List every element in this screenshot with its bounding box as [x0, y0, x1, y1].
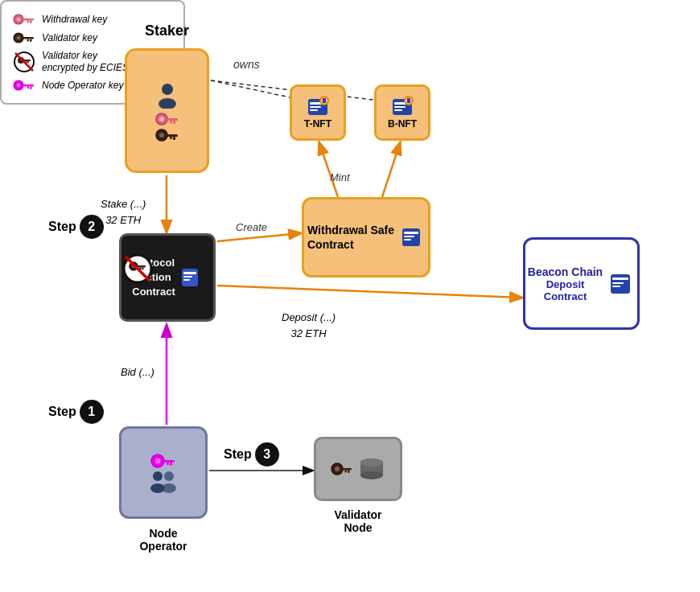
svg-rect-26	[323, 98, 326, 103]
beacon-contract-icon	[609, 271, 635, 297]
svg-point-10	[159, 98, 176, 109]
withdrawal-contract-icon	[401, 225, 425, 249]
svg-rect-30	[394, 109, 402, 111]
svg-rect-18	[167, 134, 178, 137]
svg-rect-34	[404, 232, 418, 234]
tnft-icon	[306, 96, 330, 118]
stake-label: Stake (...) 32 ETH	[101, 196, 146, 228]
svg-rect-72	[23, 18, 34, 21]
svg-rect-38	[183, 272, 196, 274]
mint-label: Mint	[330, 171, 350, 183]
step1-container: Step 1	[48, 400, 104, 424]
svg-point-68	[360, 471, 383, 479]
bid-label: Bid (...)	[121, 366, 154, 378]
beacon-title: Beacon Chain	[528, 265, 603, 278]
svg-point-62	[335, 467, 340, 471]
svg-line-3	[382, 143, 400, 197]
svg-rect-40	[183, 279, 190, 281]
svg-line-4	[217, 233, 300, 241]
person-icon	[153, 80, 182, 109]
legend-validator-label: Validator key	[42, 32, 97, 43]
svg-rect-88	[23, 84, 34, 87]
svg-point-53	[155, 458, 161, 463]
svg-point-69	[360, 458, 383, 467]
node-operator-label: NodeOperator	[119, 527, 208, 553]
svg-point-9	[162, 84, 173, 95]
legend-encrypted-label: Validator keyencrypted by ECIES	[42, 50, 129, 73]
svg-rect-24	[310, 109, 318, 111]
forbidden-icon	[122, 253, 153, 284]
beacon-line3: Contract	[528, 290, 603, 302]
svg-line-6	[217, 286, 521, 298]
step1-label: Step	[48, 405, 76, 419]
diagram: Staker	[0, 0, 700, 592]
svg-point-12	[159, 117, 164, 121]
svg-rect-50	[612, 282, 624, 284]
step3-label: Step	[224, 447, 252, 462]
bnft-label: B-NFT	[388, 118, 417, 130]
svg-rect-79	[27, 39, 30, 41]
svg-rect-89	[30, 87, 32, 90]
svg-rect-20	[170, 137, 172, 139]
create-label: Create	[236, 221, 267, 233]
legend-forbidden-icon	[13, 51, 35, 73]
withdrawal-contract-label: Withdrawal SafeContract	[307, 223, 394, 252]
svg-rect-29	[394, 106, 406, 108]
svg-point-87	[17, 84, 21, 88]
node-op-key-icon	[150, 453, 176, 469]
bnft-icon	[390, 96, 414, 118]
svg-rect-74	[27, 20, 30, 23]
tnft-label: T-NFT	[304, 118, 331, 130]
svg-rect-55	[170, 462, 172, 466]
svg-point-57	[153, 471, 163, 481]
svg-rect-13	[167, 118, 178, 121]
svg-rect-14	[173, 121, 175, 124]
bnft-box: B-NFT	[374, 84, 430, 141]
svg-rect-23	[310, 106, 321, 108]
tnft-box: T-NFT	[290, 84, 346, 141]
validator-key-small-icon	[155, 128, 179, 142]
svg-rect-83	[27, 61, 29, 64]
svg-rect-44	[137, 265, 146, 268]
deposit-label: Deposit (...) 32 ETH	[282, 310, 336, 341]
legend-node-op-key-icon	[13, 79, 35, 92]
svg-point-76	[17, 35, 21, 39]
node-op-person-icon	[146, 469, 181, 493]
svg-rect-45	[142, 268, 144, 270]
svg-rect-49	[612, 278, 628, 280]
step2-label: Step	[48, 220, 76, 234]
owns-label: owns	[233, 58, 260, 71]
svg-point-71	[17, 17, 21, 21]
beacon-line2: Deposit	[528, 278, 603, 290]
staker-box	[125, 48, 209, 173]
svg-rect-15	[170, 121, 172, 123]
svg-rect-73	[30, 20, 32, 23]
withdrawal-key-small-icon	[155, 112, 179, 126]
step1-circle: 1	[80, 400, 104, 424]
node-operator-box	[119, 426, 208, 519]
svg-line-2	[319, 143, 338, 197]
withdrawal-safe-box: Withdrawal SafeContract	[302, 197, 430, 278]
legend-withdrawal-key-icon	[13, 13, 35, 26]
svg-rect-90	[27, 87, 30, 89]
svg-rect-64	[348, 471, 350, 474]
svg-rect-51	[612, 286, 620, 287]
step3-circle: 3	[255, 442, 279, 467]
legend-validator-key-icon	[13, 31, 35, 44]
legend-withdrawal-label: Withdrawal key	[42, 14, 107, 25]
svg-rect-54	[163, 460, 175, 462]
svg-point-60	[162, 483, 176, 493]
svg-rect-32	[407, 98, 410, 103]
legend-node-op-label: Node Operator key	[42, 80, 123, 91]
svg-rect-63	[342, 468, 352, 471]
svg-point-59	[164, 471, 174, 481]
svg-rect-39	[183, 276, 192, 278]
database-icon	[358, 457, 385, 481]
validator-node-label: ValidatorNode	[314, 508, 402, 534]
svg-rect-65	[345, 471, 348, 473]
step2-container: Step 2	[48, 215, 104, 239]
svg-rect-78	[30, 39, 32, 42]
svg-rect-35	[404, 236, 414, 237]
step3-container: Step 3	[224, 442, 279, 467]
validator-node-box	[314, 437, 402, 501]
